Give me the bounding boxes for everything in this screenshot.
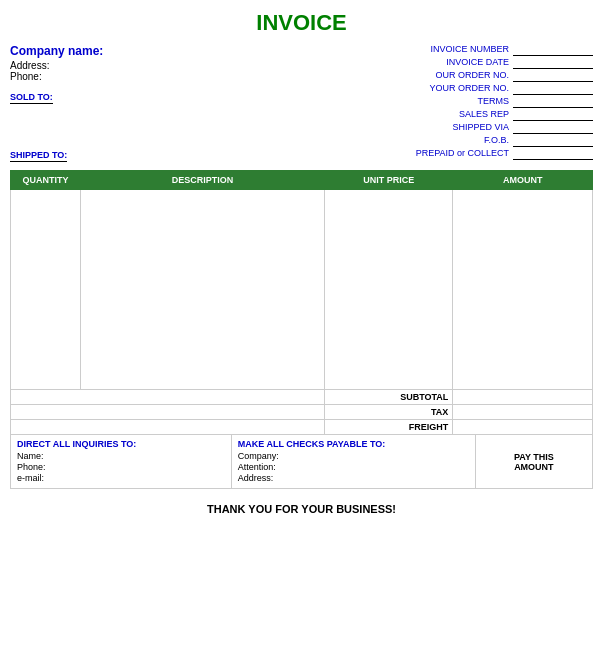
info-row-sales-rep: SALES REP [348, 109, 593, 121]
info-row-invoice-number: INVOICE NUMBER [348, 44, 593, 56]
freight-empty [11, 420, 325, 435]
invoice-table: QUANTITY DESCRIPTION UNIT PRICE AMOUNT S… [10, 170, 593, 435]
inquiries-title: DIRECT ALL INQUIRIES TO: [17, 439, 225, 449]
checks-address: Address: [238, 473, 469, 483]
info-fields-table: INVOICE NUMBER INVOICE DATE OUR ORDER NO… [348, 44, 593, 161]
inquiries-phone: Phone: [17, 462, 225, 472]
sold-to-label: SOLD TO: [10, 92, 53, 104]
info-row-shipped-via: SHIPPED VIA [348, 122, 593, 134]
description-cell[interactable] [80, 190, 324, 390]
terms-value[interactable] [513, 96, 593, 108]
header-description: DESCRIPTION [80, 171, 324, 190]
terms-label: TERMS [348, 96, 509, 108]
fob-label: F.O.B. [348, 135, 509, 147]
your-order-label: YOUR ORDER NO. [348, 83, 509, 95]
subtotal-row: SUBTOTAL [11, 390, 593, 405]
freight-value[interactable] [453, 420, 593, 435]
checks-section: MAKE ALL CHECKS PAYABLE TO: Company: Att… [232, 435, 476, 488]
info-row-invoice-date: INVOICE DATE [348, 57, 593, 69]
quantity-cell[interactable] [11, 190, 81, 390]
subtotal-label: SUBTOTAL [325, 390, 453, 405]
inquiries-name: Name: [17, 451, 225, 461]
tax-value[interactable] [453, 405, 593, 420]
unit-price-cell[interactable] [325, 190, 453, 390]
inquiries-section: DIRECT ALL INQUIRIES TO: Name: Phone: e-… [11, 435, 232, 488]
fob-value[interactable] [513, 135, 593, 147]
prepaid-label: PREPAID or COLLECT [348, 148, 509, 160]
table-row[interactable] [11, 190, 593, 390]
shipped-to-label: SHIPPED TO: [10, 150, 67, 162]
prepaid-value[interactable] [513, 148, 593, 160]
inquiries-email: e-mail: [17, 473, 225, 483]
bottom-section: DIRECT ALL INQUIRIES TO: Name: Phone: e-… [10, 435, 593, 489]
header-unit-price: UNIT PRICE [325, 171, 453, 190]
info-row-our-order: OUR ORDER NO. [348, 70, 593, 82]
info-row-prepaid: PREPAID or COLLECT [348, 148, 593, 160]
shipped-via-value[interactable] [513, 122, 593, 134]
tax-row: TAX [11, 405, 593, 420]
invoice-number-label: INVOICE NUMBER [348, 44, 509, 56]
invoice-number-value[interactable] [513, 44, 593, 56]
invoice-title: INVOICE [10, 10, 593, 36]
shipped-via-label: SHIPPED VIA [348, 122, 509, 134]
header-quantity: QUANTITY [11, 171, 81, 190]
info-row-fob: F.O.B. [348, 135, 593, 147]
invoice-date-label: INVOICE DATE [348, 57, 509, 69]
sales-rep-label: SALES REP [348, 109, 509, 121]
info-row-terms: TERMS [348, 96, 593, 108]
checks-title: MAKE ALL CHECKS PAYABLE TO: [238, 439, 469, 449]
tax-label: TAX [325, 405, 453, 420]
sales-rep-value[interactable] [513, 109, 593, 121]
phone-label: Phone: [10, 71, 331, 82]
subtotal-value[interactable] [453, 390, 593, 405]
our-order-value[interactable] [513, 70, 593, 82]
pay-line1: PAY THIS [514, 452, 554, 462]
subtotal-empty [11, 390, 325, 405]
company-name-label: Company name: [10, 44, 331, 58]
thank-you-message: THANK YOU FOR YOUR BUSINESS! [10, 497, 593, 521]
sold-to-section: SOLD TO: [10, 90, 331, 144]
checks-attention: Attention: [238, 462, 469, 472]
tax-empty [11, 405, 325, 420]
freight-label: FREIGHT [325, 420, 453, 435]
your-order-value[interactable] [513, 83, 593, 95]
amount-cell[interactable] [453, 190, 593, 390]
our-order-label: OUR ORDER NO. [348, 70, 509, 82]
sold-to-field[interactable] [10, 104, 331, 144]
right-header: INVOICE NUMBER INVOICE DATE OUR ORDER NO… [348, 44, 593, 162]
info-row-your-order: YOUR ORDER NO. [348, 83, 593, 95]
invoice-date-value[interactable] [513, 57, 593, 69]
pay-line2: AMOUNT [514, 462, 554, 472]
pay-section: PAY THIS AMOUNT [476, 435, 592, 488]
checks-company: Company: [238, 451, 469, 461]
header-amount: AMOUNT [453, 171, 593, 190]
address-label: Address: [10, 60, 331, 71]
freight-row: FREIGHT [11, 420, 593, 435]
left-header: Company name: Address: Phone: SOLD TO: S… [10, 44, 331, 162]
